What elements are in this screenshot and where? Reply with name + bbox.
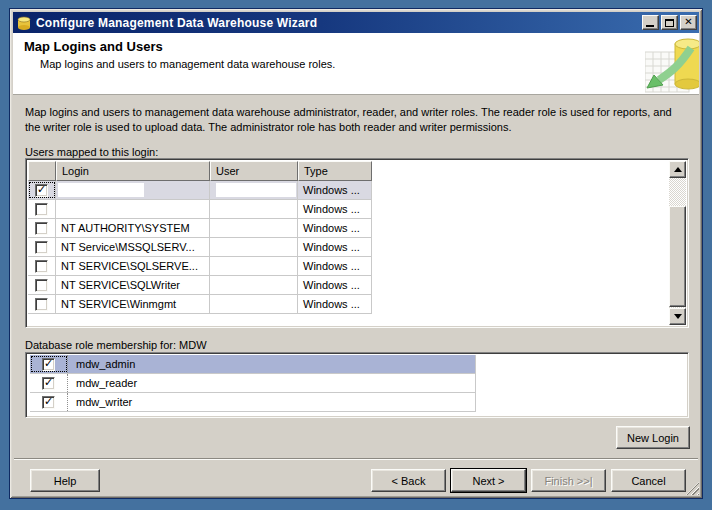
type-cell[interactable]: Windows ... — [298, 200, 372, 218]
back-button[interactable]: < Back — [371, 469, 446, 492]
page-title: Map Logins and Users — [24, 39, 163, 54]
login-cell[interactable] — [56, 181, 210, 199]
unchecked-checkbox-icon[interactable] — [35, 203, 48, 216]
login-cell[interactable]: NT SERVICE\Winmgmt — [56, 295, 210, 313]
checked-checkbox-icon[interactable]: ✓ — [35, 184, 48, 197]
type-cell[interactable]: Windows ... — [298, 181, 372, 199]
role-checkbox-cell[interactable]: ✓ — [30, 374, 68, 392]
users-table-row[interactable]: NT SERVICE\SQLWriterWindows ... — [28, 276, 372, 295]
role-row[interactable]: ✓mdw_writer — [30, 393, 476, 412]
type-value: Windows ... — [303, 298, 360, 310]
unchecked-checkbox-icon[interactable] — [35, 298, 48, 311]
row-checkbox-cell[interactable]: ✓ — [28, 181, 56, 199]
users-table-row[interactable]: ✓Windows ... — [28, 181, 372, 200]
row-checkbox-cell[interactable] — [28, 276, 56, 294]
login-cell[interactable]: NT AUTHORITY\SYSTEM — [56, 219, 210, 237]
users-table-header: Login User Type — [28, 161, 686, 181]
title-bar[interactable]: Configure Management Data Warehouse Wiza… — [13, 12, 699, 33]
unchecked-checkbox-icon[interactable] — [35, 241, 48, 254]
row-checkbox-cell[interactable] — [28, 257, 56, 275]
role-row[interactable]: ✓mdw_admin — [30, 355, 476, 374]
footer-divider — [14, 458, 698, 459]
users-table-row[interactable]: NT Service\MSSQLSERV...Windows ... — [28, 238, 372, 257]
resize-grip[interactable] — [686, 482, 699, 495]
user-cell[interactable] — [210, 238, 298, 256]
user-edit-field[interactable] — [216, 183, 296, 197]
type-column-header[interactable]: Type — [298, 161, 372, 181]
type-cell[interactable]: Windows ... — [298, 276, 372, 294]
users-table-row[interactable]: NT SERVICE\WinmgmtWindows ... — [28, 295, 372, 314]
row-checkbox-cell[interactable] — [28, 295, 56, 313]
role-row[interactable]: ✓mdw_reader — [30, 374, 476, 393]
database-icon — [17, 16, 31, 30]
login-cell[interactable]: NT SERVICE\SQLSERVE... — [56, 257, 210, 275]
type-cell[interactable]: Windows ... — [298, 257, 372, 275]
users-grid-rows: ✓Windows ...Windows ...NT AUTHORITY\SYST… — [28, 181, 686, 314]
maximize-button[interactable] — [661, 15, 678, 30]
row-checkbox-cell[interactable] — [28, 200, 56, 218]
type-cell[interactable]: Windows ... — [298, 219, 372, 237]
finish-button[interactable]: Finish >>| — [531, 469, 606, 492]
roles-list: ✓mdw_admin✓mdw_reader✓mdw_writer — [25, 352, 689, 418]
down-arrow-icon — [674, 314, 682, 319]
type-value: Windows ... — [303, 279, 360, 291]
vertical-scrollbar[interactable] — [669, 161, 686, 325]
next-button[interactable]: Next > — [451, 469, 526, 492]
user-column-header[interactable]: User — [210, 161, 298, 181]
data-warehouse-icon — [645, 34, 699, 94]
unchecked-checkbox-icon[interactable] — [35, 279, 48, 292]
unchecked-checkbox-icon[interactable] — [35, 222, 48, 235]
new-login-button[interactable]: New Login — [616, 426, 690, 449]
checkbox-column-header[interactable] — [28, 161, 56, 181]
user-cell[interactable] — [210, 219, 298, 237]
type-cell[interactable]: Windows ... — [298, 295, 372, 313]
checked-checkbox-icon[interactable]: ✓ — [42, 377, 55, 390]
checked-checkbox-icon[interactable]: ✓ — [42, 396, 55, 409]
minimize-button[interactable] — [642, 15, 659, 30]
user-cell[interactable] — [210, 276, 298, 294]
users-table-row[interactable]: NT AUTHORITY\SYSTEMWindows ... — [28, 219, 372, 238]
users-table-label: Users mapped to this login: — [25, 146, 158, 158]
help-button[interactable]: Help — [30, 469, 100, 492]
role-checkbox-cell[interactable]: ✓ — [30, 355, 68, 373]
login-value: NT SERVICE\Winmgmt — [61, 298, 176, 310]
type-value: Windows ... — [303, 222, 360, 234]
role-name: mdw_admin — [68, 355, 135, 373]
close-button[interactable]: ✕ — [680, 15, 697, 30]
unchecked-checkbox-icon[interactable] — [35, 260, 48, 273]
window-title: Configure Management Data Warehouse Wiza… — [36, 16, 640, 30]
login-value: NT SERVICE\SQLSERVE... — [61, 260, 198, 272]
login-cell[interactable]: NT Service\MSSQLSERV... — [56, 238, 210, 256]
login-cell[interactable] — [56, 200, 210, 218]
cancel-button[interactable]: Cancel — [611, 469, 686, 492]
wizard-window: Configure Management Data Warehouse Wiza… — [9, 8, 703, 499]
scrollbar-thumb[interactable] — [669, 206, 686, 307]
close-icon: ✕ — [684, 17, 692, 27]
role-checkbox-cell[interactable]: ✓ — [30, 393, 68, 411]
user-cell[interactable] — [210, 200, 298, 218]
user-cell[interactable] — [210, 295, 298, 313]
type-value: Windows ... — [303, 184, 360, 196]
user-cell[interactable] — [210, 257, 298, 275]
scroll-down-button[interactable] — [669, 308, 686, 325]
users-table-row[interactable]: Windows ... — [28, 200, 372, 219]
checked-checkbox-icon[interactable]: ✓ — [42, 358, 55, 371]
scroll-up-button[interactable] — [669, 161, 686, 178]
type-value: Windows ... — [303, 260, 360, 272]
minimize-icon — [646, 25, 654, 27]
login-value: NT Service\MSSQLSERV... — [61, 241, 195, 253]
type-cell[interactable]: Windows ... — [298, 238, 372, 256]
users-table: Login User Type ✓Windows ...Windows ...N… — [25, 158, 689, 328]
user-cell[interactable] — [210, 181, 298, 199]
login-value: NT AUTHORITY\SYSTEM — [61, 222, 190, 234]
page-description: Map logins and users to management data … — [25, 105, 683, 135]
login-edit-field[interactable] — [58, 183, 144, 197]
login-cell[interactable]: NT SERVICE\SQLWriter — [56, 276, 210, 294]
row-checkbox-cell[interactable] — [28, 219, 56, 237]
desktop-background: Configure Management Data Warehouse Wiza… — [0, 0, 712, 510]
type-value: Windows ... — [303, 241, 360, 253]
users-table-row[interactable]: NT SERVICE\SQLSERVE...Windows ... — [28, 257, 372, 276]
login-column-header[interactable]: Login — [56, 161, 210, 181]
row-checkbox-cell[interactable] — [28, 238, 56, 256]
login-value: NT SERVICE\SQLWriter — [61, 279, 180, 291]
